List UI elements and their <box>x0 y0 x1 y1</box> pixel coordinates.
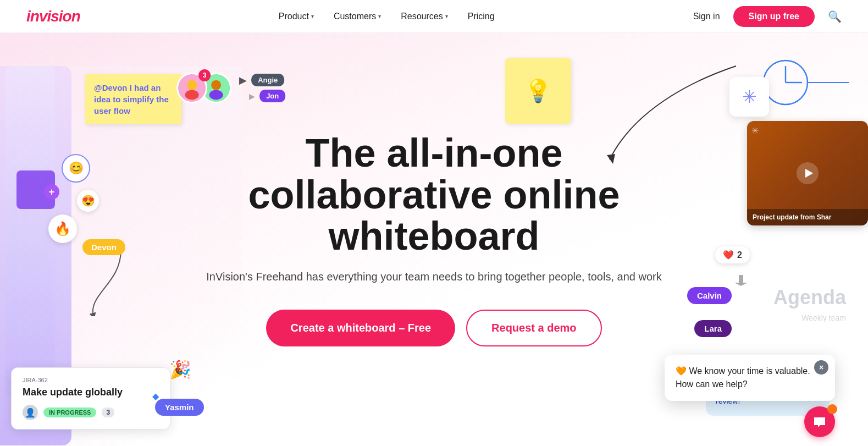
create-whiteboard-button[interactable]: Create a whiteboard – Free <box>266 310 455 346</box>
video-caption: Project update from Shar <box>747 209 868 225</box>
svg-point-1 <box>187 80 197 90</box>
chat-popup-text: 🧡 We know your time is valuable. How can… <box>676 365 824 391</box>
logo[interactable]: invision <box>26 8 80 25</box>
plus-icon: + <box>44 184 59 200</box>
chat-speech-icon <box>812 414 827 430</box>
nav-links: Product ▾ Customers ▾ Resources ▾ Pricin… <box>279 12 495 21</box>
label-devon: Devon <box>82 239 125 255</box>
chat-popup: 🧡 We know your time is valuable. How can… <box>665 355 835 401</box>
cursor-label-angie: Angie <box>251 74 284 86</box>
jira-card: JIRA-362 Make update globally 👤 IN PROGR… <box>11 367 170 430</box>
cursor-small-arrow-icon: ▶ <box>249 92 255 101</box>
jira-id: JIRA-362 <box>23 377 159 383</box>
avatar-badge: 3 <box>198 69 211 81</box>
user-avatar-ring: 😊 <box>62 154 90 183</box>
jira-count: 3 <box>102 408 114 417</box>
jira-status: IN PROGRESS <box>43 408 96 417</box>
nav-product[interactable]: Product ▾ <box>279 12 314 21</box>
signup-button[interactable]: Sign up free <box>733 6 815 27</box>
chevron-down-icon: ▾ <box>311 13 314 19</box>
jira-footer: 👤 IN PROGRESS 3 <box>23 405 159 420</box>
avatars-group: 3 ▶ Angie ▶ Jon <box>176 73 285 103</box>
label-lara: Lara <box>694 320 732 337</box>
cursor-arrow-icon: ▶ <box>239 74 247 86</box>
heart-count: 2 <box>737 250 742 260</box>
heart-reaction: ❤️ 2 <box>715 246 750 263</box>
request-demo-button[interactable]: Request a demo <box>466 310 601 346</box>
chevron-down-icon: ▾ <box>378 13 381 19</box>
svg-point-5 <box>209 90 223 100</box>
svg-point-4 <box>211 80 221 90</box>
fire-emoji: 🔥 <box>48 214 77 243</box>
play-icon <box>797 162 819 184</box>
hero-content: The all-in-one collaborative online whit… <box>187 133 682 346</box>
heart-emoji: 😍 <box>77 190 99 212</box>
hero-subtitle: InVision's Freehand has everything your … <box>187 271 682 283</box>
cursor-label-jon: Jon <box>259 90 285 102</box>
jira-avatar: 👤 <box>23 405 38 420</box>
chevron-down-icon: ▾ <box>445 13 448 19</box>
sticky-note-mention: @Devon I had an idea to simplify the use… <box>85 74 181 124</box>
party-emoji: 🎉 <box>169 359 191 380</box>
navbar: invision Product ▾ Customers ▾ Resources… <box>0 0 868 33</box>
logo-text: invision <box>26 8 80 25</box>
nav-right: Sign in Sign up free 🔍 <box>693 6 842 27</box>
sign-in-link[interactable]: Sign in <box>693 12 720 21</box>
snowflake-card: ✳ <box>729 77 769 117</box>
cursor-group: ▶ Angie ▶ Jon <box>239 74 285 102</box>
nav-resources[interactable]: Resources ▾ <box>401 12 447 21</box>
star-icon: ✳ <box>751 125 759 136</box>
hero-title: The all-in-one collaborative online whit… <box>187 133 682 257</box>
video-card[interactable]: ✳ Project update from Shar <box>747 121 868 225</box>
label-calvin: Calvin <box>687 287 732 304</box>
hero-buttons: Create a whiteboard – Free Request a dem… <box>187 310 682 346</box>
chat-widget: 🧡 We know your time is valuable. How can… <box>665 355 835 437</box>
svg-point-2 <box>185 90 199 100</box>
agenda-subtitle: Weekly team <box>801 313 846 322</box>
nav-pricing[interactable]: Pricing <box>468 12 495 21</box>
nav-customers[interactable]: Customers ▾ <box>334 12 381 21</box>
agenda-title: Agenda <box>773 286 846 309</box>
chat-close-button[interactable]: × <box>814 360 828 375</box>
label-yasmin: Yasmin <box>155 399 204 416</box>
notification-dot <box>827 404 837 414</box>
left-panel-inner <box>5 66 55 396</box>
sticky-note-lightbulb: 💡 <box>505 58 571 124</box>
jira-title: Make update globally <box>23 387 159 398</box>
search-icon[interactable]: 🔍 <box>828 10 842 23</box>
